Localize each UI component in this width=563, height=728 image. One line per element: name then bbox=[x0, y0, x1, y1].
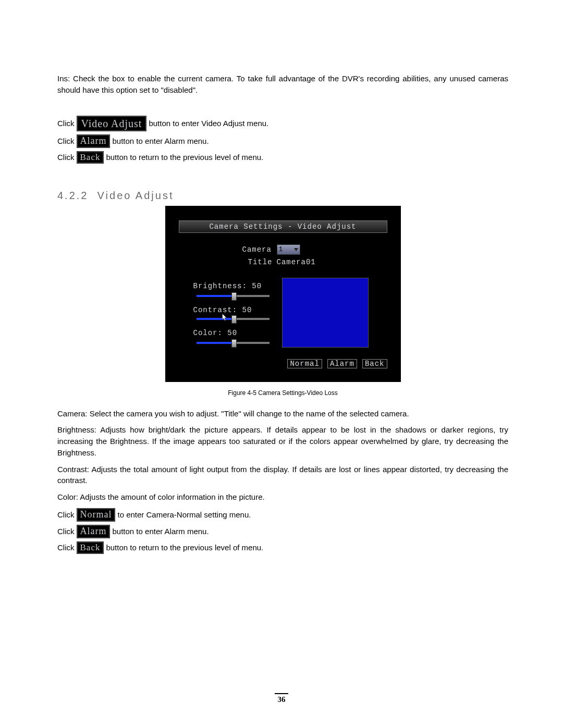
contrast-def: Contrast: Adjusts the total amount of li… bbox=[57, 464, 508, 487]
click-word: Click bbox=[57, 541, 75, 554]
click-tail: button to enter Alarm menu. bbox=[112, 135, 209, 147]
camera-select[interactable]: 1 bbox=[277, 244, 300, 255]
dvr-alarm-button[interactable]: Alarm bbox=[327, 359, 357, 368]
video-preview bbox=[282, 278, 369, 348]
title-label: Title bbox=[248, 258, 273, 266]
contrast-term: Contrast: bbox=[57, 465, 89, 474]
click-tail: button to return to the previous level o… bbox=[106, 541, 263, 554]
section-number: 4.2.2 bbox=[57, 190, 88, 201]
video-adjust-button[interactable]: Video Adjust bbox=[77, 116, 147, 131]
click-tail: button to enter Video Adjust menu. bbox=[149, 117, 268, 130]
color-def: Color: Adjusts the amount of color infor… bbox=[57, 491, 508, 503]
brightness-slider[interactable] bbox=[197, 293, 270, 299]
click-line-alarm-2: Click Alarm button to enter Alarm menu. bbox=[57, 525, 508, 538]
click-line-alarm-1: Click Alarm button to enter Alarm menu. bbox=[57, 134, 508, 148]
camera-term: Camera: bbox=[57, 409, 88, 418]
ins-text: Check the box to enable the current came… bbox=[57, 74, 508, 94]
back-button[interactable]: Back bbox=[77, 151, 104, 164]
dvr-back-button[interactable]: Back bbox=[362, 359, 387, 368]
ins-paragraph: Ins: Check the box to enable the current… bbox=[57, 73, 508, 96]
camera-def: Camera: Select the camera you wish to ad… bbox=[57, 408, 508, 419]
contrast-label: Contrast: 50 bbox=[193, 306, 252, 314]
color-slider[interactable] bbox=[197, 340, 270, 346]
color-label: Color: 50 bbox=[193, 329, 238, 337]
click-word: Click bbox=[57, 135, 75, 147]
title-value: Camera01 bbox=[277, 258, 316, 266]
color-term: Color: bbox=[57, 492, 78, 501]
back-button[interactable]: Back bbox=[77, 541, 104, 554]
alarm-button[interactable]: Alarm bbox=[77, 525, 111, 538]
ins-term: Ins: bbox=[57, 74, 70, 83]
brightness-def: Brightness: Adjusts how bright/dark the … bbox=[57, 424, 508, 458]
brightness-term: Brightness: bbox=[57, 425, 96, 434]
click-tail: to enter Camera-Normal setting menu. bbox=[117, 509, 251, 521]
click-line-back-1: Click Back button to return to the previ… bbox=[57, 151, 508, 164]
click-word: Click bbox=[57, 151, 75, 164]
brightness-label: Brightness: 50 bbox=[193, 282, 262, 290]
alarm-button[interactable]: Alarm bbox=[77, 134, 111, 148]
section-title: Video Adjust bbox=[97, 190, 174, 201]
page-number: 36 bbox=[0, 693, 563, 704]
camera-label: Camera bbox=[242, 245, 272, 254]
click-tail: button to enter Alarm menu. bbox=[112, 525, 209, 538]
click-word: Click bbox=[57, 525, 75, 538]
click-line-back-2: Click Back button to return to the previ… bbox=[57, 541, 508, 554]
contrast-slider[interactable] bbox=[197, 316, 270, 322]
normal-button[interactable]: Normal bbox=[77, 508, 116, 522]
click-line-normal: Click Normal to enter Camera-Normal sett… bbox=[57, 508, 508, 522]
dvr-screenshot: Camera Settings - Video Adjust Camera 1 … bbox=[165, 206, 401, 382]
dvr-normal-button[interactable]: Normal bbox=[287, 359, 322, 368]
click-tail: button to return to the previous level o… bbox=[106, 151, 263, 164]
click-word: Click bbox=[57, 117, 75, 130]
click-line-video-adjust: Click Video Adjust button to enter Video… bbox=[57, 116, 508, 131]
figure-caption: Figure 4-5 Camera Settings-Video Loss bbox=[57, 389, 508, 397]
click-word: Click bbox=[57, 509, 75, 521]
dvr-titlebar: Camera Settings - Video Adjust bbox=[179, 220, 387, 233]
section-heading: 4.2.2 Video Adjust bbox=[57, 190, 508, 202]
